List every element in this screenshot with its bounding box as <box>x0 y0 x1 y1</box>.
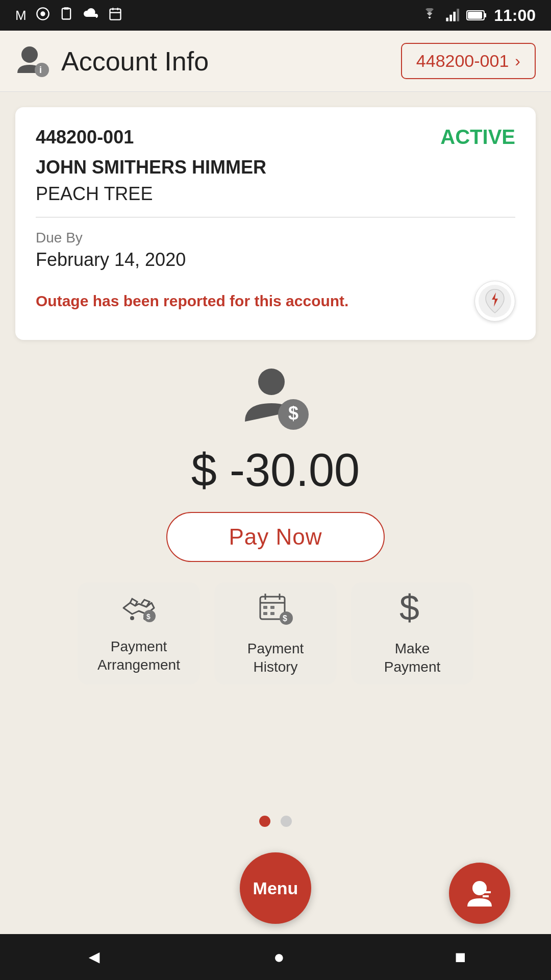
account-location: PEACH TREE <box>36 183 515 217</box>
svg-text:i: i <box>39 65 42 75</box>
svg-rect-11 <box>457 9 459 21</box>
android-nav-bar: ◄ ● ■ <box>0 934 551 980</box>
handshake-icon: $ <box>121 593 157 629</box>
clipboard-icon <box>59 7 73 24</box>
action-buttons-row: $ PaymentArrangement $ <box>78 582 473 684</box>
payment-arrangement-button[interactable]: $ PaymentArrangement <box>78 582 200 684</box>
calendar-dollar-icon: $ <box>258 591 293 631</box>
svg-point-22 <box>130 616 134 620</box>
menu-label: Menu <box>253 878 298 898</box>
payment-history-button[interactable]: $ PaymentHistory <box>214 582 337 684</box>
calendar-icon <box>108 7 122 24</box>
lightning-pin-icon <box>479 285 511 317</box>
account-number: 448200-001 <box>36 127 134 148</box>
svg-rect-2 <box>62 8 70 19</box>
due-by-date: February 14, 2020 <box>36 249 515 271</box>
customer-name: JOHN SMITHERS HIMMER <box>36 157 515 178</box>
menu-button[interactable]: Menu <box>240 852 311 924</box>
account-card: 448200-001 ACTIVE JOHN SMITHERS HIMMER P… <box>15 107 536 340</box>
wifi-icon <box>421 8 438 22</box>
header-left: i Account Info <box>15 43 209 79</box>
account-badge-number: 448200-001 <box>416 51 509 71</box>
make-payment-label: MakePayment <box>384 640 441 677</box>
make-payment-button[interactable]: $ MakePayment <box>351 582 473 684</box>
account-selector[interactable]: 448200-001 › <box>401 43 536 79</box>
svg-rect-30 <box>263 606 267 609</box>
outage-report-button[interactable] <box>474 281 515 322</box>
svg-point-15 <box>21 46 38 63</box>
dot-1 <box>259 816 270 827</box>
svg-rect-31 <box>270 606 274 609</box>
status-bar-right-icons: 11:00 <box>421 6 536 25</box>
svg-rect-32 <box>263 612 267 615</box>
pagination-dots <box>259 816 292 827</box>
balance-section: $ $ -30.00 Pay Now <box>166 365 384 562</box>
outage-row: Outage has been reported for this accoun… <box>36 281 515 322</box>
svg-rect-10 <box>453 12 456 21</box>
payment-history-label: PaymentHistory <box>247 640 304 677</box>
svg-text:$: $ <box>146 612 151 621</box>
pay-now-button[interactable]: Pay Now <box>166 512 384 562</box>
status-bar-left-icons: M <box>15 7 122 24</box>
gmail-icon: M <box>15 8 27 23</box>
balance-icon: $ <box>235 365 316 434</box>
svg-rect-4 <box>110 9 120 19</box>
account-status: ACTIVE <box>440 126 515 149</box>
contact-fab-button[interactable] <box>449 863 510 924</box>
home-button[interactable]: ● <box>273 946 285 968</box>
status-bar: M <box>0 0 551 31</box>
svg-rect-8 <box>446 18 448 21</box>
sync-icon <box>36 7 50 24</box>
battery-icon <box>466 9 487 21</box>
contact-icon <box>463 877 496 910</box>
clock: 11:00 <box>494 6 536 25</box>
signal-icon <box>445 8 459 22</box>
account-card-header: 448200-001 ACTIVE <box>36 126 515 149</box>
svg-point-1 <box>40 11 45 16</box>
svg-text:$: $ <box>288 403 298 424</box>
svg-text:$: $ <box>283 614 287 623</box>
svg-point-19 <box>258 369 285 395</box>
balance-amount: $ -30.00 <box>191 444 360 497</box>
bottom-area: Menu <box>15 842 536 934</box>
svg-rect-9 <box>449 15 452 21</box>
due-by-label: Due By <box>36 230 515 246</box>
svg-text:$: $ <box>399 591 419 625</box>
svg-rect-3 <box>64 7 68 10</box>
svg-rect-14 <box>468 12 482 19</box>
main-content: 448200-001 ACTIVE JOHN SMITHERS HIMMER P… <box>0 92 551 934</box>
svg-rect-13 <box>484 13 486 17</box>
svg-rect-33 <box>270 612 274 615</box>
page-title: Account Info <box>61 46 209 77</box>
recents-button[interactable]: ■ <box>455 946 466 968</box>
chevron-right-icon: › <box>515 52 520 70</box>
payment-arrangement-label: PaymentArrangement <box>97 638 180 675</box>
app-header: i Account Info 448200-001 › <box>0 31 551 92</box>
dollar-sign-icon: $ <box>397 591 428 631</box>
outage-message: Outage has been reported for this accoun… <box>36 292 474 310</box>
user-info-icon: i <box>15 43 51 79</box>
back-button[interactable]: ◄ <box>85 946 104 968</box>
cloud-icon <box>83 8 99 23</box>
dot-2 <box>281 816 292 827</box>
